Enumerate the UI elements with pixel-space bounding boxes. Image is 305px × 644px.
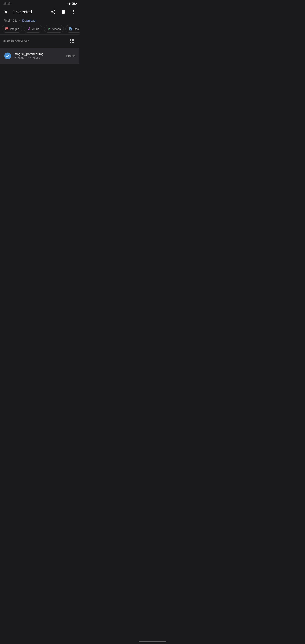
selected-count-label: 1 selected xyxy=(11,10,48,14)
status-bar: 10:10 xyxy=(0,0,80,6)
file-divider xyxy=(0,64,80,64)
close-button[interactable] xyxy=(1,7,11,17)
file-checkbox[interactable] xyxy=(4,52,12,60)
document-icon xyxy=(68,27,72,31)
file-type: BIN file xyxy=(66,54,76,58)
battery-icon xyxy=(72,2,76,5)
image-icon xyxy=(5,27,9,31)
status-time: 10:10 xyxy=(4,2,10,5)
file-item[interactable]: magisk_patched.img 2:39 AM 32.89 MB BIN … xyxy=(0,48,80,64)
action-icons xyxy=(48,7,78,17)
video-icon xyxy=(47,27,51,31)
section-title: FILES IN DOWNLOAD xyxy=(4,40,30,42)
section-header: FILES IN DOWNLOAD xyxy=(0,34,80,48)
delete-icon xyxy=(61,9,66,14)
tab-images[interactable]: Images xyxy=(2,25,22,32)
file-size: 32.89 MB xyxy=(28,56,40,60)
share-icon xyxy=(50,9,56,14)
breadcrumb: Pixel 4 XL Download xyxy=(0,18,80,25)
tab-audio-label: Audio xyxy=(32,27,39,30)
file-info: magisk_patched.img 2:39 AM 32.89 MB xyxy=(14,52,64,60)
file-name: magisk_patched.img xyxy=(14,52,64,56)
wifi-icon xyxy=(68,2,72,5)
share-button[interactable] xyxy=(48,7,58,17)
more-options-button[interactable] xyxy=(68,7,78,17)
grid-view-icon xyxy=(69,39,74,44)
breadcrumb-parent[interactable]: Pixel 4 XL xyxy=(4,19,17,22)
delete-button[interactable] xyxy=(58,7,68,17)
more-vert-icon xyxy=(71,9,76,14)
action-bar: 1 selected xyxy=(0,6,80,18)
category-tabs: Images Audio Videos Documents xyxy=(0,25,80,34)
close-icon xyxy=(4,9,8,14)
grid-view-button[interactable] xyxy=(68,37,76,46)
tab-audio[interactable]: Audio xyxy=(24,25,42,32)
audio-icon xyxy=(27,27,31,31)
tab-videos[interactable]: Videos xyxy=(44,25,64,32)
checkmark-icon xyxy=(6,54,10,58)
file-meta: 2:39 AM 32.89 MB xyxy=(14,56,64,60)
tab-images-label: Images xyxy=(10,27,19,30)
chevron-right-icon xyxy=(18,19,22,22)
file-time: 2:39 AM xyxy=(14,56,24,60)
tab-documents-label: Documents xyxy=(74,27,80,30)
breadcrumb-current[interactable]: Download xyxy=(22,19,35,22)
status-icons xyxy=(68,2,76,5)
tab-documents[interactable]: Documents xyxy=(66,25,80,32)
tab-videos-label: Videos xyxy=(52,27,61,30)
check-circle xyxy=(4,52,11,59)
